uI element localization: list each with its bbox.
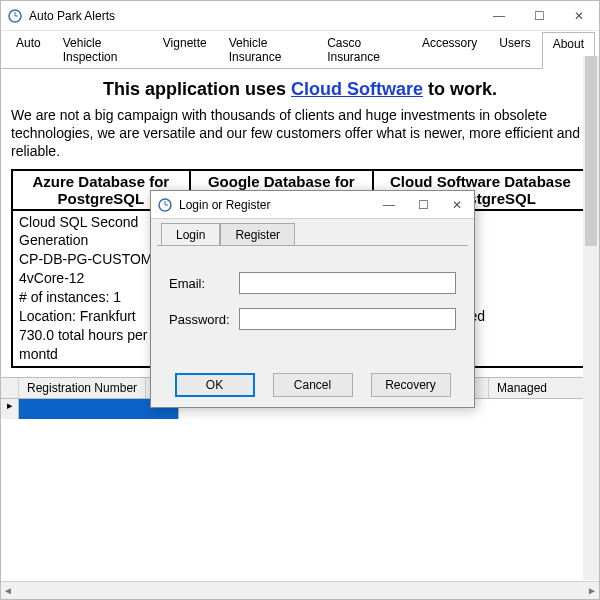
horizontal-scrollbar[interactable]: ◄ ► [1,581,599,599]
tab-users[interactable]: Users [488,31,541,68]
grid-header-registration[interactable]: Registration Number [19,378,146,398]
tab-register[interactable]: Register [220,223,295,246]
maximize-button[interactable]: ☐ [519,1,559,30]
dialog-title: Login or Register [179,198,372,212]
password-label: Password: [169,312,239,327]
cancel-button[interactable]: Cancel [273,373,353,397]
email-label: Email: [169,276,239,291]
tab-casco-insurance[interactable]: Casco Insurance [316,31,411,68]
ok-button[interactable]: OK [175,373,255,397]
dialog-maximize-button[interactable]: ☐ [406,191,440,218]
scroll-thumb[interactable] [585,56,597,246]
main-tabs: Auto Vehicle Inspection Vignette Vehicle… [1,31,599,69]
data-grid: Registration Number Managed ▸ [1,377,599,599]
heading-suffix: to work. [423,79,497,99]
tab-auto[interactable]: Auto [5,31,52,68]
dialog-tabs: Login Register [151,219,474,246]
page-title: This application uses Cloud Software to … [11,79,589,100]
window-title: Auto Park Alerts [29,9,479,23]
tab-vehicle-insurance[interactable]: Vehicle Insurance [218,31,317,68]
tab-accessory[interactable]: Accessory [411,31,488,68]
email-field[interactable] [239,272,456,294]
close-button[interactable]: ✕ [559,1,599,30]
dialog-minimize-button[interactable]: — [372,191,406,218]
tab-login[interactable]: Login [161,223,220,246]
vertical-scrollbar[interactable] [583,56,599,580]
tab-vehicle-inspection[interactable]: Vehicle Inspection [52,31,152,68]
dialog-icon [157,197,173,213]
tab-vignette[interactable]: Vignette [152,31,218,68]
scroll-right-icon[interactable]: ► [587,585,597,596]
app-icon [7,8,23,24]
scroll-left-icon[interactable]: ◄ [3,585,13,596]
row-pointer-icon: ▸ [1,399,19,419]
dialog-close-button[interactable]: ✕ [440,191,474,218]
recovery-button[interactable]: Recovery [371,373,451,397]
description-text: We are not a big campaign with thousands… [11,106,589,161]
cloud-software-link[interactable]: Cloud Software [291,79,423,99]
dialog-titlebar: Login or Register — ☐ ✕ [151,191,474,219]
heading-prefix: This application uses [103,79,291,99]
login-dialog: Login or Register — ☐ ✕ Login Register E… [150,190,475,408]
password-field[interactable] [239,308,456,330]
main-titlebar: Auto Park Alerts — ☐ ✕ [1,1,599,31]
minimize-button[interactable]: — [479,1,519,30]
